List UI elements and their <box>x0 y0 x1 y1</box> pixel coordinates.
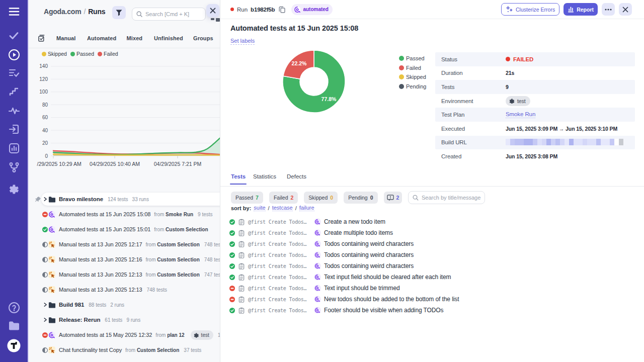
run-type-tab-manual[interactable]: Manual <box>56 35 76 41</box>
tab-defects[interactable]: Defects <box>287 173 306 179</box>
sort-option-suite[interactable]: suite <box>254 205 265 211</box>
filter-chip-comments[interactable]: 2 <box>384 192 403 204</box>
branch-icon[interactable] <box>0 162 28 173</box>
copy-run-id-icon[interactable] <box>279 6 285 13</box>
pull-in-icon[interactable] <box>0 124 28 135</box>
run-detail-header: Run b1982f5b automated Clusterize Errors <box>220 0 644 19</box>
donut-legend-item[interactable]: Pending <box>399 82 426 92</box>
status-passed-icon <box>229 219 235 225</box>
set-labels-link[interactable]: Set labels <box>230 38 255 45</box>
automated-badge[interactable]: automated <box>291 4 333 15</box>
clusterize-errors-button[interactable]: Clusterize Errors <box>501 3 559 16</box>
milestones-steps-icon[interactable] <box>0 87 28 97</box>
run-list-item[interactable]: Release: Rerun 61 tests 9 runs <box>29 312 220 327</box>
run-list-item[interactable]: Automated tests at 15 Jun 2025 15:01 fro… <box>29 222 220 237</box>
run-list-item[interactable]: Chat functinality test Copy from Custom … <box>29 342 220 357</box>
filter-chip-pending[interactable]: Pending0 <box>344 192 377 204</box>
test-plan-link[interactable]: Smoke Run <box>506 111 535 118</box>
donut-legend-item[interactable]: Failed <box>399 63 426 73</box>
test-cases-icon[interactable] <box>0 68 28 77</box>
test-result-row[interactable]: @first Create Todos… Text input field sh… <box>228 272 636 283</box>
chip-label: Skipped <box>308 195 328 201</box>
run-type-tabs: ManualAutomatedMixedUnfinishedGroups <box>29 28 220 48</box>
tab-tests[interactable]: Tests <box>231 173 246 179</box>
filter-chip-skipped[interactable]: Skipped0 <box>304 192 338 204</box>
run-list-item[interactable]: Bravo milestone 124 tests 33 runs <box>29 192 220 207</box>
run-list-item[interactable]: Manual tests at 13 Jun 2025 12:17 from C… <box>29 237 220 252</box>
donut-legend-item[interactable]: Passed <box>399 54 426 63</box>
report-button[interactable]: Report <box>564 3 598 16</box>
test-result-row[interactable]: @first Create Todos… Create a new todo i… <box>228 216 636 227</box>
run-meta: 61 tests <box>105 317 122 323</box>
donut-legend: PassedFailedSkippedPending <box>399 54 426 91</box>
chevron-right-icon[interactable] <box>43 197 47 202</box>
legend-item[interactable]: Failed <box>98 51 118 57</box>
chevron-right-icon[interactable] <box>43 317 47 322</box>
test-result-row[interactable]: @first Create Todos… New todos should be… <box>228 294 636 305</box>
manual-run-icon <box>48 271 55 278</box>
projects-folder-icon[interactable] <box>0 321 28 331</box>
environment-badge[interactable]: test <box>506 96 530 106</box>
clipboard-icon <box>238 274 245 281</box>
test-result-row[interactable]: @first Create Todos… Footer should be vi… <box>228 305 636 316</box>
filter-chip-failed[interactable]: Failed2 <box>269 192 298 204</box>
breadcrumb-project[interactable]: Agoda.com <box>44 8 81 16</box>
runs-trend-chart: 020406080100120140/29/2025 10:29 AM04/29… <box>29 59 220 177</box>
runs-play-icon[interactable] <box>0 49 28 61</box>
svg-text:/29/2025 10:29 AM: /29/2025 10:29 AM <box>37 161 82 167</box>
app-logo[interactable] <box>0 339 28 352</box>
run-list-item[interactable]: Build 981 88 tests 2 runs <box>29 297 220 312</box>
run-type-tab-automated[interactable]: Automated <box>87 35 116 41</box>
sort-separator: / <box>268 205 270 211</box>
run-from-value: Custom Selection <box>137 347 179 353</box>
close-detail-button[interactable] <box>619 3 632 16</box>
donut-legend-item[interactable]: Skipped <box>399 72 426 82</box>
filter-button[interactable] <box>112 6 126 19</box>
more-actions-button[interactable] <box>602 3 615 16</box>
chip-count: 7 <box>256 195 259 201</box>
test-result-row[interactable]: @first Create Todos… Todos containing we… <box>228 238 636 249</box>
tasks-check-icon[interactable] <box>0 31 28 40</box>
manual-run-icon <box>48 241 55 248</box>
sort-label: sort by: <box>231 205 251 211</box>
legend-dot <box>399 74 404 79</box>
run-list-item[interactable]: Manual tests at 13 Jun 2025 12:13 from C… <box>29 267 220 282</box>
select-all-icon[interactable] <box>38 35 45 42</box>
status-failed-icon <box>42 212 48 217</box>
test-result-row[interactable]: @first Create Todos… Todos containing we… <box>228 260 636 272</box>
menu-icon[interactable] <box>0 7 28 17</box>
run-type-tab-groups[interactable]: Groups <box>193 35 213 41</box>
automated-run-icon <box>48 211 55 218</box>
run-meta: 37 tests <box>184 347 201 353</box>
runs-search-input[interactable]: Search [Cmd + K] <box>132 8 206 21</box>
chevron-right-icon[interactable] <box>43 302 47 307</box>
automation-logo-icon <box>314 307 321 314</box>
run-type-tab-mixed[interactable]: Mixed <box>127 35 143 41</box>
test-result-row[interactable]: @first Create Todos… Todos containing we… <box>228 249 636 260</box>
sort-option-testcase[interactable]: testcase <box>272 205 293 211</box>
test-result-row[interactable]: @first Create Todos… Create multiple tod… <box>228 227 636 238</box>
filter-chip-passed[interactable]: Passed7 <box>231 192 263 204</box>
run-list-item[interactable]: Manual tests at 13 Jun 2025 12:16 from C… <box>29 252 220 267</box>
legend-dot <box>70 52 75 56</box>
run-list-item[interactable]: Automated tests at 15 Jun 2025 15:08 fro… <box>29 207 220 222</box>
tab-statistics[interactable]: Statistics <box>253 173 276 179</box>
run-type-tab-unfinished[interactable]: Unfinished <box>154 35 183 41</box>
breadcrumb-section[interactable]: Runs <box>88 8 105 16</box>
run-list-item[interactable]: Automated tests at 15 May 2025 12:32 fro… <box>29 327 220 342</box>
help-icon[interactable] <box>0 302 28 314</box>
tests-search-input[interactable]: Search by title/message <box>408 191 485 204</box>
automation-logo-icon <box>314 240 321 247</box>
reports-chart-icon[interactable] <box>0 143 28 154</box>
run-list-item[interactable]: Manual tests at 13 Jun 2025 12:13 748 te… <box>29 282 220 297</box>
sort-option-failure[interactable]: failure <box>299 205 314 211</box>
activity-pulse-icon[interactable] <box>0 106 28 116</box>
panel-close-button[interactable] <box>206 4 219 17</box>
settings-gear-icon[interactable] <box>0 183 28 195</box>
run-env-name: test <box>201 332 209 338</box>
test-result-row[interactable]: @first Create Todos… Text input should b… <box>228 283 636 294</box>
legend-item[interactable]: Skipped <box>42 51 67 57</box>
run-title: Release: Rerun <box>59 317 100 323</box>
legend-item[interactable]: Passed <box>70 51 94 57</box>
ellipsis-icon <box>605 9 612 11</box>
